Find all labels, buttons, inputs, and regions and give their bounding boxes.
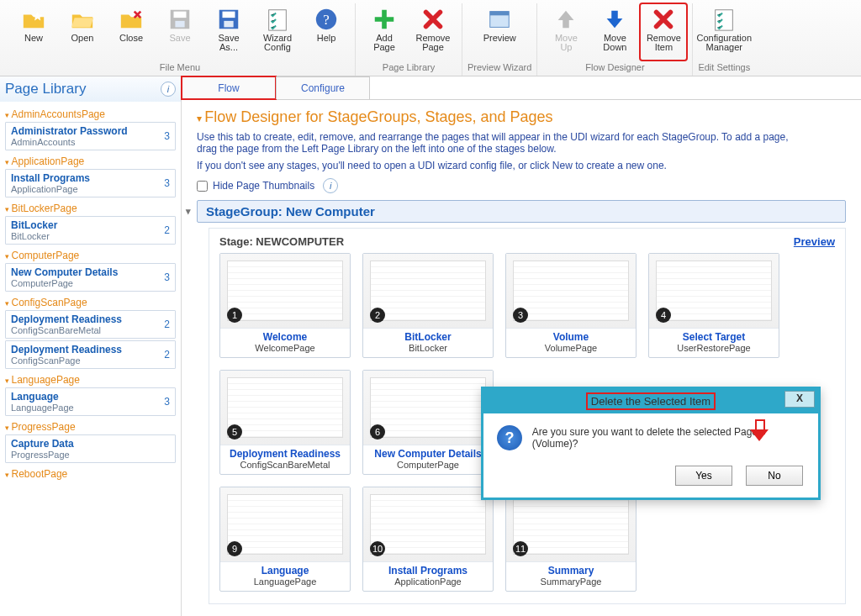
page-library-tree: AdminAccountsPageAdministrator PasswordA… xyxy=(0,102,181,616)
flow-designer-pane: Flow Designer for StageGroups, Stages, a… xyxy=(182,100,861,616)
page-number-badge: 9 xyxy=(227,541,242,556)
delete-dialog: Delete the Selected Item X ? Are you sur… xyxy=(481,387,821,500)
ribbon-group-label: File Menu xyxy=(160,62,200,72)
save-icon xyxy=(215,6,242,33)
library-page-card[interactable]: Install ProgramsApplicationPage3 xyxy=(5,169,176,197)
stage-page-card[interactable]: 2BitLockerBitLocker xyxy=(362,253,494,358)
page-thumbnail: 9 xyxy=(220,487,350,562)
movedown-button[interactable]: Move Down xyxy=(591,3,638,61)
library-page-card[interactable]: BitLockerBitLocker2 xyxy=(5,216,176,245)
help-icon: ? xyxy=(313,6,340,33)
page-library-header: Page Library i xyxy=(0,76,181,102)
tab-bar: Flow Configure xyxy=(182,76,861,100)
hide-thumbnails-checkbox[interactable] xyxy=(197,181,208,192)
plus-icon xyxy=(371,6,398,33)
library-page-card[interactable]: Capture DataProgressPage xyxy=(5,434,176,463)
close-button[interactable]: Close xyxy=(108,3,155,61)
category-ConfigScanPage[interactable]: ConfigScanPage xyxy=(5,297,176,308)
stage-page-card[interactable]: 10Install ProgramsApplicationPage xyxy=(362,487,494,592)
ribbon-group-label: Flow Designer xyxy=(585,62,644,72)
stagegroup-header[interactable]: StageGroup: New Computer xyxy=(197,200,846,223)
category-AdminAccountsPage[interactable]: AdminAccountsPage xyxy=(5,108,176,120)
tab-flow[interactable]: Flow xyxy=(182,76,276,99)
stage-title: Stage: NEWCOMPUTER xyxy=(219,235,344,248)
x-red-icon xyxy=(650,6,677,33)
preview-button[interactable]: Preview xyxy=(476,3,523,61)
stage-page-card[interactable]: 9LanguageLanguagePage xyxy=(219,487,351,592)
svg-rect-4 xyxy=(223,12,235,18)
stage-page-card[interactable]: 4Select TargetUserRestorePage xyxy=(648,253,779,358)
page-library-panel: Page Library i AdminAccountsPageAdminist… xyxy=(0,76,182,616)
arrow-down-icon xyxy=(601,6,628,33)
page-number-badge: 5 xyxy=(227,424,242,440)
stage-page-card[interactable]: 5Deployment ReadinessConfigScanBareMetal xyxy=(219,370,351,475)
removeitem-button[interactable]: Remove Item xyxy=(640,3,687,61)
addpage-button[interactable]: Add Page xyxy=(361,3,408,61)
x-red-icon xyxy=(420,6,446,33)
stage-page-card[interactable]: 11SummarySummaryPage xyxy=(505,487,637,592)
yes-button[interactable]: Yes xyxy=(675,466,732,486)
save-button[interactable]: Save xyxy=(156,3,203,61)
saveas-button[interactable]: Save As... xyxy=(205,3,252,61)
library-page-card[interactable]: Deployment ReadinessConfigScanPage2 xyxy=(5,340,176,369)
help-button[interactable]: ?Help xyxy=(303,3,350,61)
page-library-title: Page Library xyxy=(5,81,86,97)
removepage-button[interactable]: Remove Page xyxy=(409,3,457,61)
preview-link[interactable]: Preview xyxy=(794,235,835,248)
main-panel: Flow Configure Flow Designer for StageGr… xyxy=(182,76,861,616)
dialog-close-button[interactable]: X xyxy=(784,391,815,408)
new-button[interactable]: New xyxy=(10,3,57,61)
svg-rect-2 xyxy=(175,21,184,28)
cfgmgr-button[interactable]: Configuration Manager xyxy=(700,3,747,61)
category-ApplicationPage[interactable]: ApplicationPage xyxy=(5,155,176,167)
library-page-card[interactable]: New Computer DetailsComputerPage3 xyxy=(5,263,176,292)
ribbon-toolbar: NewOpenCloseSaveSave As...Wizard Config?… xyxy=(0,0,861,76)
question-icon: ? xyxy=(497,425,522,450)
intro-text-1: Use this tab to create, edit, remove, an… xyxy=(197,131,802,155)
stage-page-card[interactable]: 6New Computer DetailsComputerPage xyxy=(362,370,494,475)
dialog-titlebar: Delete the Selected Item X xyxy=(483,389,818,413)
no-button[interactable]: No xyxy=(746,466,803,486)
svg-rect-5 xyxy=(224,21,233,28)
moveup-button[interactable]: Move Up xyxy=(542,3,589,61)
stage-page-card[interactable]: 3VolumeVolumePage xyxy=(505,253,637,358)
library-page-card[interactable]: LanguageLanguagePage3 xyxy=(5,387,176,416)
svg-text:?: ? xyxy=(323,12,329,28)
folder-x-icon xyxy=(118,6,145,33)
page-number-badge: 1 xyxy=(227,308,242,323)
info-icon[interactable]: i xyxy=(323,178,338,193)
page-thumbnail: 3 xyxy=(506,254,636,329)
library-page-card[interactable]: Administrator PasswordAdminAccounts3 xyxy=(5,122,176,150)
category-ProgressPage[interactable]: ProgressPage xyxy=(5,421,176,433)
wizcfg-button[interactable]: Wizard Config xyxy=(254,3,301,61)
page-thumbnail: 10 xyxy=(363,487,493,562)
page-thumbnail: 5 xyxy=(220,371,350,445)
page-number-badge: 4 xyxy=(656,308,671,323)
window-icon xyxy=(486,6,513,33)
category-RebootPage[interactable]: RebootPage xyxy=(5,468,176,480)
svg-rect-10 xyxy=(490,12,510,16)
page-thumbnail: 2 xyxy=(363,254,493,329)
save-icon xyxy=(166,6,193,33)
dialog-title: Delete the Selected Item xyxy=(586,392,716,410)
ribbon-group-label: Preview Wizard xyxy=(467,62,531,72)
page-number-badge: 3 xyxy=(513,308,528,323)
page-number-badge: 6 xyxy=(370,424,385,440)
category-BitLockerPage[interactable]: BitLockerPage xyxy=(5,203,176,214)
open-button[interactable]: Open xyxy=(59,3,106,61)
category-LanguagePage[interactable]: LanguagePage xyxy=(5,374,176,386)
page-thumbnail: 4 xyxy=(649,254,779,329)
category-ComputerPage[interactable]: ComputerPage xyxy=(5,250,176,261)
page-thumbnail: 6 xyxy=(363,371,493,445)
tab-configure[interactable]: Configure xyxy=(276,76,370,99)
info-icon[interactable]: i xyxy=(161,82,176,97)
stage-page-card[interactable]: 1WelcomeWelcomePage xyxy=(219,253,351,358)
checklist-icon xyxy=(264,6,291,33)
page-number-badge: 11 xyxy=(513,541,528,556)
checklist-icon xyxy=(710,6,737,33)
ribbon-group-label: Edit Settings xyxy=(698,62,750,72)
arrow-up-icon xyxy=(552,6,579,33)
ribbon-group-label: Page Library xyxy=(383,62,435,72)
library-page-card[interactable]: Deployment ReadinessConfigScanBareMetal2 xyxy=(5,310,176,339)
hide-thumbnails-label: Hide Page Thumbnails xyxy=(213,180,314,192)
